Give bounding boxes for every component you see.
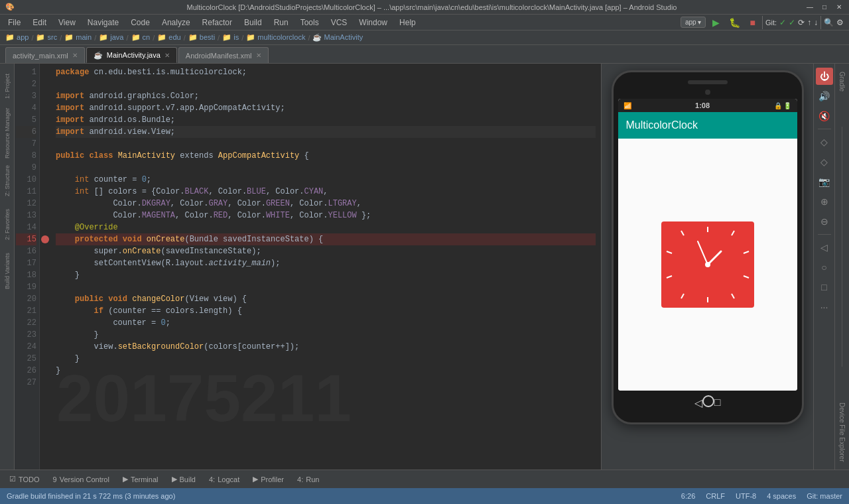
bc-java[interactable]: 📁 java [99, 33, 123, 42]
run-button[interactable]: ▶ [708, 16, 724, 29]
menu-code[interactable]: Code [125, 17, 155, 29]
toolbar-app-selector[interactable]: app ▾ [681, 17, 706, 28]
phone-app-bar: MulticolorClock [618, 112, 797, 139]
minimize-button[interactable]: — [805, 3, 815, 12]
phone-back-button[interactable]: ◁ [694, 397, 702, 409]
stop-button[interactable]: ■ [746, 16, 759, 29]
tab-mainactivity-label: MainActivity.java [107, 51, 161, 59]
debug-button[interactable]: 🐛 [725, 16, 744, 29]
close-button[interactable]: ✕ [834, 3, 844, 12]
bc-cn[interactable]: 📁 cn [131, 33, 151, 42]
bc-main[interactable]: 📁 main [64, 33, 92, 42]
run-tab[interactable]: 4: Run [293, 474, 323, 485]
status-git[interactable]: Git: master [807, 492, 842, 500]
more-button[interactable]: ··· [816, 298, 833, 316]
profiler-tab[interactable]: ▶ Profiler [249, 473, 288, 485]
tab-mainactivity[interactable]: ☕ MainActivity.java ✕ [86, 47, 177, 63]
tab-activity-main-label: activity_main.xml [13, 52, 68, 60]
status-right: 6:26 CRLF UTF-8 4 spaces Git: master [681, 492, 842, 500]
tab-mainactivity-close[interactable]: ✕ [164, 52, 170, 59]
power-button[interactable]: ⏻ [816, 68, 833, 85]
phone-time: 1:08 [695, 101, 710, 109]
code-line-9 [56, 162, 596, 174]
structure-icon[interactable]: Z: Structure [1, 160, 13, 200]
tab-activity-main-close[interactable]: ✕ [72, 52, 78, 59]
breakpoint-icon[interactable] [41, 235, 49, 243]
menu-vcs[interactable]: VCS [326, 17, 353, 29]
phone-speaker [688, 80, 728, 84]
menu-help[interactable]: Help [394, 17, 421, 29]
bc-is[interactable]: 📁 is [222, 33, 239, 42]
git-label: Git: [765, 19, 777, 27]
logcat-label: Logcat [218, 475, 239, 483]
rotate-right-button[interactable]: ◇ [816, 153, 833, 170]
menu-file[interactable]: File [3, 17, 26, 29]
git-push-icon[interactable]: ↑ [807, 18, 811, 27]
menu-navigate[interactable]: Navigate [82, 17, 124, 29]
code-editor[interactable]: 1 2 3 4 5 6 7 8 9 10 11 12 13 14 15 16 1 [15, 64, 601, 470]
far-right-panel: Gradle Device File Explorer [834, 64, 849, 470]
status-position[interactable]: 6:26 [681, 492, 695, 500]
menu-window[interactable]: Window [354, 17, 393, 29]
version-control-tab[interactable]: 9 Version Control [49, 474, 113, 485]
git-tick-icon[interactable]: ✓ [789, 18, 795, 27]
bc-app[interactable]: 📁 app [5, 33, 29, 42]
build-variants-icon[interactable]: Build Variants [1, 248, 13, 294]
bc-multicolorclock[interactable]: 📁 multicolorclock [246, 33, 305, 42]
breadcrumb: 📁 app / 📁 src / 📁 main / 📁 java / 📁 cn /… [0, 31, 849, 45]
zoom-in-button[interactable]: ⊕ [816, 193, 833, 210]
favorites-icon[interactable]: 2: Favorites [1, 204, 13, 244]
todo-tab[interactable]: ☑ TODO [5, 473, 44, 485]
phone-home-button[interactable] [702, 395, 714, 410]
settings-icon[interactable]: ⚙ [836, 18, 844, 27]
status-charset[interactable]: UTF-8 [736, 492, 756, 500]
status-crlf[interactable]: CRLF [706, 492, 725, 500]
git-pull-icon[interactable]: ↓ [814, 18, 818, 27]
bc-mainactivity[interactable]: ☕ MainActivity [312, 33, 363, 42]
menu-edit[interactable]: Edit [27, 17, 52, 29]
gutter-markers [40, 64, 50, 470]
search-icon[interactable]: 🔍 [824, 18, 834, 27]
bc-src[interactable]: 📁 src [36, 33, 57, 42]
tab-activity-main[interactable]: activity_main.xml ✕ [5, 47, 85, 63]
zoom-out-button[interactable]: ⊖ [816, 213, 833, 230]
tab-androidmanifest[interactable]: AndroidManifest.xml ✕ [178, 47, 269, 63]
tab-androidmanifest-label: AndroidManifest.xml [186, 52, 252, 60]
git-history-icon[interactable]: ⟳ [798, 18, 805, 27]
tab-androidmanifest-close[interactable]: ✕ [256, 52, 261, 59]
volume-down-button[interactable]: 🔇 [816, 107, 833, 125]
profiler-icon: ▶ [253, 475, 258, 483]
menu-tools[interactable]: Tools [295, 17, 324, 29]
logcat-tab[interactable]: 4: Logcat [205, 474, 243, 485]
project-panel-icon[interactable]: 1: Project [1, 66, 13, 106]
git-check-icon[interactable]: ✓ [779, 18, 786, 27]
bc-edu[interactable]: 📁 edu [157, 33, 180, 42]
rotate-left-button[interactable]: ◇ [816, 133, 833, 151]
menu-analyze[interactable]: Analyze [157, 17, 196, 29]
status-indent[interactable]: 4 spaces [767, 492, 796, 500]
home-nav-button[interactable]: ○ [816, 259, 833, 276]
device-file-explorer-label[interactable]: Device File Explorer [837, 397, 847, 467]
maximize-button[interactable]: □ [820, 3, 829, 12]
phone-status-bar: 📶 1:08 🔒 🔋 [618, 99, 797, 112]
code-line-11: int [] colors = {Color.BLACK, Color.BLUE… [56, 186, 596, 198]
screenshot-button[interactable]: 📷 [816, 173, 833, 190]
build-tab[interactable]: ▶ Build [168, 473, 200, 485]
menu-build[interactable]: Build [239, 17, 267, 29]
terminal-tab[interactable]: ▶ Terminal [119, 473, 163, 485]
menu-refactor[interactable]: Refactor [197, 17, 237, 29]
bc-besti[interactable]: 📁 besti [188, 33, 215, 42]
menu-view[interactable]: View [53, 17, 81, 29]
recent-nav-button[interactable]: □ [816, 279, 833, 296]
phone-app-content[interactable] [618, 139, 797, 391]
phone-recent-button[interactable]: □ [714, 397, 721, 409]
gradle-panel-label[interactable]: Gradle [837, 66, 847, 97]
resource-manager-icon[interactable]: Resource Manager [1, 110, 13, 157]
volume-up-button[interactable]: 🔊 [816, 88, 833, 105]
clock-widget[interactable] [661, 221, 754, 308]
code-lines[interactable]: package cn.edu.besti.is.multicolorclock;… [50, 64, 601, 470]
back-nav-button[interactable]: ◁ [816, 239, 833, 256]
code-line-14: @Override [56, 221, 596, 233]
app-window: 🎨 MulticolorClock [D:\AndroidStudioProje… [0, 0, 849, 504]
menu-run[interactable]: Run [269, 17, 294, 29]
